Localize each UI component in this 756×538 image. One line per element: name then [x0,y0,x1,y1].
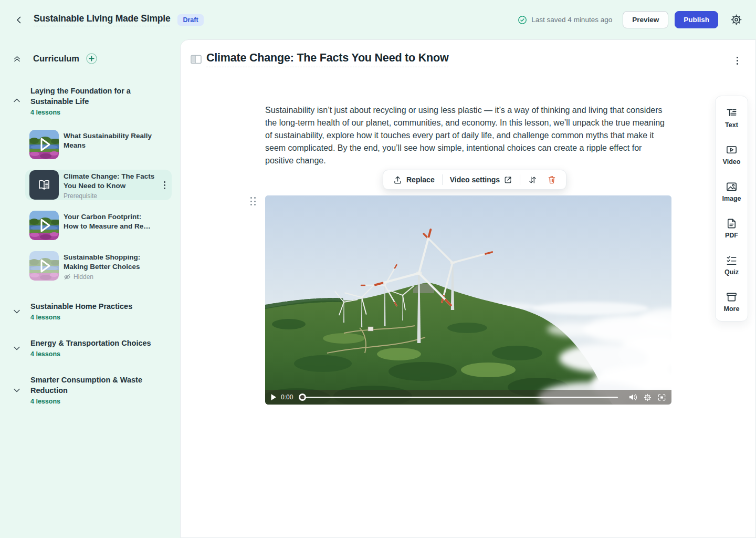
more-blocks-button[interactable]: More [724,291,740,313]
landscape-thumbnail-image [29,211,59,240]
status-badge: Draft [177,14,203,26]
lesson-intro-text-block[interactable]: Sustainability isn’t just about recyclin… [265,104,673,167]
trash-icon [547,175,556,184]
section-title: Laying the Foundation for a Sustainable … [30,86,156,107]
external-link-icon [503,175,512,184]
lesson-title-heading[interactable]: Climate Change: The Facts You Need to Kn… [206,51,448,67]
lesson-badge: Prerequisite [64,192,157,200]
lesson-title: Sustainable Shopping: Making Better Choi… [64,253,157,272]
move-block-button[interactable] [526,175,540,185]
wind-turbines-video-frame [265,195,671,405]
section-header-foundation[interactable]: Laying the Foundation for a Sustainable … [13,86,170,116]
chevron-down-icon[interactable] [13,386,21,395]
panel-layout-icon [191,55,202,64]
plus-circle-icon [86,53,98,65]
curriculum-sidebar: Curriculum Laying the Foundation for a S… [0,39,180,538]
image-block-icon [726,181,738,193]
video-settings-button[interactable]: Video settings [448,175,514,184]
palette-label: Video [723,158,741,165]
settings-button[interactable] [730,13,743,27]
publish-button[interactable]: Publish [675,11,718,28]
lesson-options-button[interactable] [734,55,740,67]
back-button[interactable] [13,14,25,26]
lesson-title: What Sustainability Really Means [64,131,157,150]
sort-arrows-icon [528,175,538,185]
add-quiz-block-button[interactable]: Quiz [724,254,739,276]
lesson-editor-panel: Climate Change: The Facts You Need to Kn… [180,39,756,538]
lesson-video-thumbnail [29,211,59,240]
section-header-smarter-consumption[interactable]: Smarter Consumption & Waste Reduction 4 … [13,375,170,405]
chevron-left-icon [15,16,23,24]
double-chevron-up-icon [13,54,22,63]
toolbar-divider [442,174,443,185]
lesson-item-what-sustainability[interactable]: What Sustainability Really Means [29,130,172,159]
eye-off-icon [64,273,71,281]
more-blocks-icon [726,291,738,303]
preview-button[interactable]: Preview [623,11,668,28]
lesson-title: Your Carbon Footprint: How to Measure an… [64,212,157,231]
section-header-home-practices[interactable]: Sustainable Home Practices 4 lessons [13,301,170,321]
play-button[interactable] [270,394,277,401]
lesson-video-thumbnail [29,130,59,159]
fullscreen-icon[interactable] [657,394,666,401]
replace-video-button[interactable]: Replace [391,175,437,185]
section-title: Sustainable Home Practices [30,301,156,312]
collapse-all-button[interactable] [13,54,22,63]
video-current-time: 0:00 [281,394,293,401]
palette-label: PDF [725,232,738,239]
palette-label: Text [725,121,738,129]
add-video-block-button[interactable]: Video [723,144,741,165]
section-lesson-count: 4 lessons [30,314,170,321]
add-text-block-button[interactable]: Text [725,107,738,129]
video-settings-gear-icon[interactable] [643,393,652,402]
palette-label: Quiz [724,268,739,276]
section-title: Smarter Consumption & Waste Reduction [30,375,156,396]
video-progress-bar[interactable] [302,397,618,398]
block-palette: Text Video Image PDF [715,96,748,322]
landscape-thumbnail-image [29,130,59,159]
lesson-item-climate-change-selected[interactable]: Climate Change: The Facts You Need to Kn… [25,170,172,200]
curriculum-heading: Curriculum [33,54,79,64]
add-pdf-block-button[interactable]: PDF [725,218,738,239]
video-progress-knob[interactable] [299,394,306,401]
lesson-item-sustainable-shopping[interactable]: Sustainable Shopping: Making Better Choi… [29,251,172,281]
volume-icon[interactable] [628,393,638,401]
video-block-icon [726,144,738,156]
palette-label: More [724,305,740,313]
landscape-thumbnail-image [29,251,59,281]
chevron-down-icon[interactable] [13,344,21,353]
video-block-toolbar: Replace Video settings [383,170,566,190]
gear-icon [730,13,743,26]
chevron-up-icon[interactable] [13,96,21,105]
section-header-energy-transport[interactable]: Energy & Transportation Choices 4 lesson… [13,338,170,358]
section-lesson-count: 4 lessons [30,350,170,358]
delete-block-button[interactable] [545,175,559,184]
add-section-button[interactable] [86,53,98,65]
section-title: Energy & Transportation Choices [30,338,156,348]
block-drag-handle[interactable] [250,197,256,205]
lesson-video-player[interactable]: 0:00 [265,195,671,405]
text-block-icon [726,107,738,119]
lesson-title: Climate Change: The Facts You Need to Kn… [64,172,157,191]
lesson-badge: Hidden [74,273,93,281]
section-lesson-count: 4 lessons [30,398,170,405]
course-title[interactable]: Sustainable Living Made Simple [34,13,170,26]
open-book-icon [37,178,51,192]
section-lesson-count: 4 lessons [30,109,170,116]
top-header: Sustainable Living Made Simple Draft Las… [0,0,756,39]
lesson-options-button[interactable] [162,179,167,191]
quiz-checklist-icon [726,254,738,266]
toggle-sidebar-button[interactable] [191,55,202,64]
video-settings-label: Video settings [450,175,500,184]
lesson-item-carbon-footprint[interactable]: Your Carbon Footprint: How to Measure an… [29,211,172,240]
chevron-down-icon[interactable] [13,307,21,316]
replace-label: Replace [406,175,435,184]
toolbar-divider [520,174,520,185]
add-image-block-button[interactable]: Image [722,181,741,202]
lesson-video-thumbnail [29,251,59,281]
pdf-block-icon [726,218,738,230]
upload-icon [393,175,403,185]
check-circle-icon [518,15,527,25]
last-saved-text: Last saved 4 minutes ago [531,16,612,24]
video-control-bar: 0:00 [265,390,671,405]
